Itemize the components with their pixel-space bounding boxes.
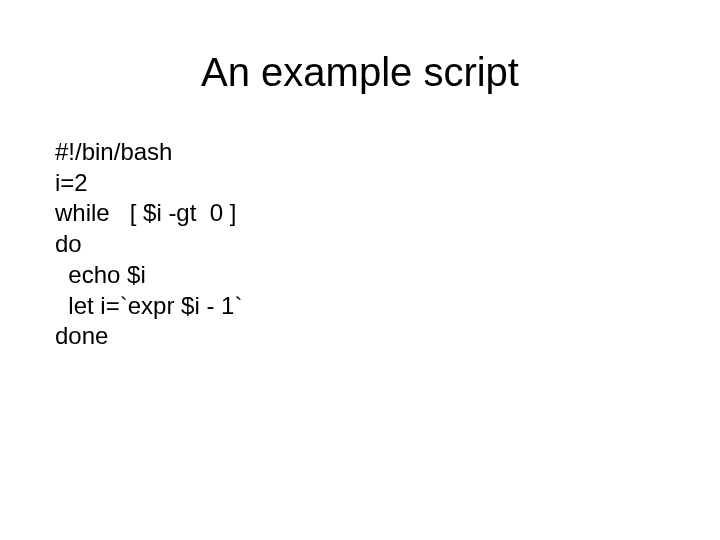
slide-title: An example script bbox=[55, 50, 665, 95]
code-block: #!/bin/bash i=2 while [ $i -gt 0 ] do ec… bbox=[55, 137, 665, 352]
slide: An example script #!/bin/bash i=2 while … bbox=[0, 0, 720, 540]
